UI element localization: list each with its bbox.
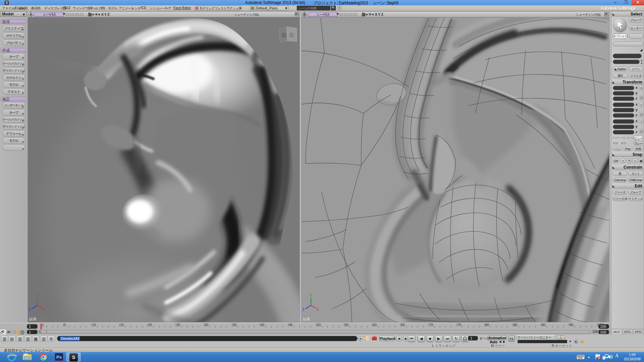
svg-text:Y: Y (310, 294, 312, 297)
svg-text:前: 前 (281, 32, 286, 38)
svg-text:Y: Y (36, 294, 39, 297)
svg-text:Z: Z (29, 308, 31, 311)
svg-text:右: 右 (289, 32, 294, 38)
svg-text:Z: Z (302, 308, 304, 311)
svg-text:X: X (43, 308, 45, 311)
svg-text:X: X (316, 308, 319, 311)
